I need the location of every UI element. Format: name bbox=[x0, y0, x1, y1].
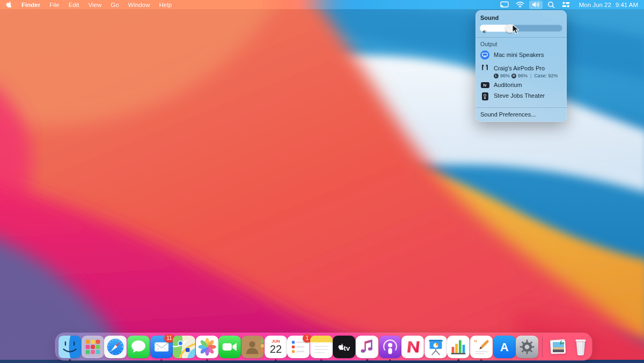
dock-icon-contacts[interactable] bbox=[241, 336, 264, 358]
running-indicator bbox=[458, 359, 460, 361]
menu-bar: Finder File Edit View Go Window Help Mon bbox=[0, 0, 644, 9]
dock-icon-podcasts[interactable] bbox=[379, 336, 401, 358]
dock-divider bbox=[542, 337, 543, 357]
wifi-icon[interactable] bbox=[516, 1, 524, 9]
mouse-cursor bbox=[512, 24, 519, 37]
left-earbud-battery: 96% bbox=[500, 73, 510, 78]
dock-icon-facetime[interactable] bbox=[218, 336, 241, 358]
calendar-day: 22 bbox=[270, 343, 282, 355]
sound-popover: Sound Output Mac mini Speakers Craig's A… bbox=[475, 10, 567, 122]
desktop: Finder File Edit View Go Window Help Mon bbox=[0, 0, 644, 363]
dock-icon-mail[interactable]: 11 bbox=[150, 336, 173, 358]
separator: | bbox=[530, 73, 531, 78]
date-text: Mon Jun 22 bbox=[579, 2, 611, 8]
sound-preferences-link[interactable]: Sound Preferences... bbox=[480, 111, 562, 118]
output-section-label: Output bbox=[480, 41, 562, 47]
tv-glyph: tv bbox=[344, 344, 350, 352]
left-earbud-battery-icon: L bbox=[494, 74, 499, 78]
active-app-name[interactable]: Finder bbox=[21, 2, 40, 8]
running-indicator bbox=[480, 359, 482, 361]
dock-icon-pages[interactable]: “ bbox=[470, 336, 493, 358]
menu-help[interactable]: Help bbox=[159, 2, 172, 8]
dock-icon-notes[interactable] bbox=[310, 336, 333, 358]
volume-slider[interactable] bbox=[480, 25, 562, 32]
running-indicator bbox=[206, 359, 208, 361]
appstore-glyph: A bbox=[500, 340, 509, 353]
dock-icon-numbers[interactable] bbox=[447, 336, 470, 358]
divider bbox=[475, 107, 567, 108]
output-device-steve-jobs-theater[interactable]: Steve Jobs Theater bbox=[480, 91, 562, 102]
menu-view[interactable]: View bbox=[89, 2, 102, 8]
case-battery: Case: 92% bbox=[534, 73, 558, 78]
output-device-airpods[interactable]: Craig's AirPods Pro L 96% R 96% | Case: … bbox=[480, 61, 562, 80]
sound-menu-icon[interactable] bbox=[529, 1, 543, 9]
menu-file[interactable]: File bbox=[49, 2, 60, 8]
dock-icon-calendar[interactable]: JUN22 bbox=[265, 336, 287, 358]
sound-title: Sound bbox=[480, 14, 562, 21]
airpods-battery-status: L 96% R 96% | Case: 92% bbox=[494, 73, 558, 78]
device-name: Craig's AirPods Pro bbox=[494, 65, 545, 71]
dock-icon-app-store[interactable]: A bbox=[493, 336, 516, 358]
control-center-icon[interactable] bbox=[562, 1, 570, 9]
right-earbud-battery: 96% bbox=[518, 73, 528, 78]
device-name: Auditorium bbox=[494, 82, 522, 89]
menu-edit[interactable]: Edit bbox=[69, 2, 79, 8]
running-indicator bbox=[160, 359, 163, 361]
dock-icon-launchpad[interactable] bbox=[82, 336, 104, 358]
output-device-mac-mini-speakers[interactable]: Mac mini Speakers bbox=[480, 49, 562, 61]
dock: 11 JUN22 1 tv bbox=[55, 333, 592, 360]
spotlight-icon[interactable] bbox=[547, 1, 555, 9]
dock-icon-reminders[interactable]: 1 bbox=[287, 336, 310, 358]
right-earbud-battery-icon: R bbox=[511, 74, 516, 78]
airpods-icon bbox=[480, 63, 489, 71]
device-name: Mac mini Speakers bbox=[494, 52, 544, 59]
menu-window[interactable]: Window bbox=[128, 2, 150, 8]
dock-icon-music[interactable] bbox=[356, 336, 378, 358]
dock-icon-safari[interactable] bbox=[104, 336, 127, 358]
device-name: Steve Jobs Theater bbox=[494, 92, 545, 100]
running-indicator bbox=[389, 359, 391, 361]
speaker-icon bbox=[482, 26, 487, 36]
dock-downloads-stack[interactable] bbox=[547, 336, 569, 358]
apple-menu-icon[interactable] bbox=[6, 1, 12, 9]
dock-icon-news[interactable] bbox=[401, 336, 424, 358]
dock-icon-system-preferences[interactable] bbox=[516, 336, 538, 358]
dock-icon-photos[interactable] bbox=[196, 336, 218, 358]
display-speaker-icon bbox=[480, 50, 489, 60]
running-indicator bbox=[366, 359, 368, 361]
dock-icon-keynote[interactable] bbox=[425, 336, 447, 358]
dock-icon-messages[interactable] bbox=[127, 336, 150, 358]
dock-icon-finder[interactable] bbox=[58, 336, 81, 358]
apple-tv-icon: tv bbox=[481, 82, 489, 88]
dock-icon-apple-tv[interactable]: tv bbox=[333, 336, 355, 358]
output-device-auditorium[interactable]: tv Auditorium bbox=[480, 80, 562, 91]
menu-bar-clock[interactable]: Mon Jun 22 9:41 AM bbox=[579, 2, 638, 8]
svg-text:“: “ bbox=[474, 338, 478, 346]
menu-go[interactable]: Go bbox=[111, 2, 119, 8]
time-text: 9:41 AM bbox=[616, 2, 638, 8]
screen-mirroring-icon[interactable] bbox=[500, 1, 509, 9]
dock-trash[interactable] bbox=[569, 336, 592, 358]
dock-icon-maps[interactable] bbox=[173, 336, 195, 358]
running-indicator bbox=[69, 359, 71, 361]
divider bbox=[475, 37, 567, 38]
running-indicator bbox=[275, 359, 277, 361]
theater-speaker-icon bbox=[482, 92, 488, 100]
running-indicator bbox=[320, 359, 323, 361]
